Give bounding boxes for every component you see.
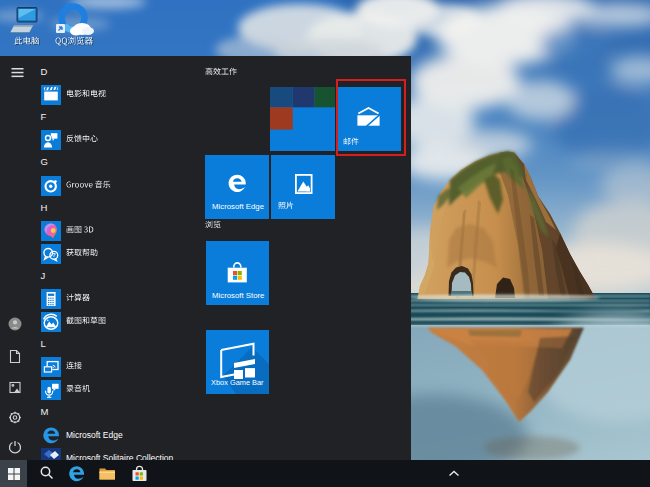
svg-text:?: ? [52, 252, 56, 258]
